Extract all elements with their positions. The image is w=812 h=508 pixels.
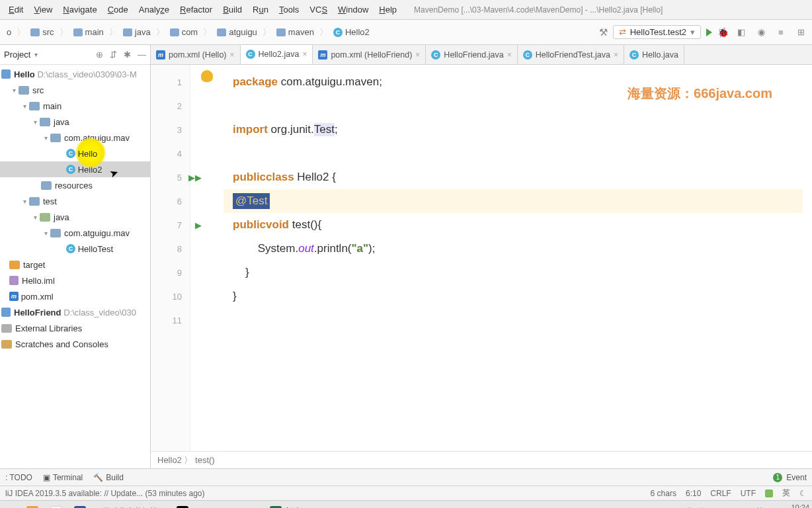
folder-icon bbox=[19, 86, 29, 95]
hide-icon[interactable]: — bbox=[138, 50, 146, 60]
menu-bar: Edit View Navigate Code Analyze Refactor… bbox=[0, 0, 812, 20]
class-icon: C bbox=[431, 50, 440, 60]
bulb-icon[interactable] bbox=[201, 70, 213, 82]
tab-hello[interactable]: CHello.java bbox=[624, 45, 684, 64]
run-button[interactable] bbox=[706, 28, 712, 36]
editor-breadcrumb[interactable]: Hello2 〉 test() bbox=[151, 451, 812, 468]
close-icon[interactable]: × bbox=[302, 50, 307, 59]
profile-button[interactable]: ◉ bbox=[754, 27, 768, 37]
folder-icon bbox=[30, 28, 40, 36]
status-message[interactable]: liJ IDEA 2019.3.5 available: // Update..… bbox=[5, 489, 205, 498]
bc-maven[interactable]: maven bbox=[274, 26, 317, 38]
build-tab[interactable]: 🔨 Build bbox=[93, 473, 124, 482]
system-tray[interactable]: ^ 🛡 ▮ 🎤 🔊 ⟳ ● ▤ ⌨ 英 S 10:24 2022/4/1 bbox=[654, 503, 809, 508]
settings-icon[interactable]: ✱ bbox=[124, 50, 131, 60]
folder-icon bbox=[9, 261, 20, 269]
run-gutter-icon[interactable]: ▶▶ bbox=[188, 173, 202, 183]
encoding[interactable]: UTF bbox=[741, 489, 756, 498]
menu-build[interactable]: Build bbox=[218, 2, 247, 17]
coverage-button[interactable]: ◧ bbox=[734, 27, 749, 37]
menu-edit[interactable]: Edit bbox=[3, 2, 28, 17]
menu-analyze[interactable]: Analyze bbox=[134, 2, 175, 17]
tab-hellofriend[interactable]: CHelloFriend.java× bbox=[426, 45, 517, 64]
bc-com[interactable]: com bbox=[167, 26, 201, 38]
run-config-label: HelloTest.test2 bbox=[630, 27, 686, 37]
breadcrumb: o〉 src〉 main〉 java〉 com〉 atguigu〉 maven〉… bbox=[4, 26, 599, 38]
event-log-tab[interactable]: Event bbox=[786, 473, 807, 482]
tab-hellofriendtest[interactable]: CHelloFriendTest.java× bbox=[518, 45, 624, 64]
text-icon[interactable]: T bbox=[45, 504, 67, 509]
bc-root[interactable]: o bbox=[4, 26, 14, 38]
tray-clock[interactable]: 10:24 2022/4/1 bbox=[781, 503, 809, 508]
menu-tools[interactable]: Tools bbox=[274, 2, 304, 17]
debug-button[interactable]: 🐞 bbox=[717, 27, 729, 38]
line-sep[interactable]: CRLF bbox=[710, 489, 731, 498]
todo-tab[interactable]: : TODO bbox=[5, 473, 32, 482]
project-tree[interactable]: Hello D:\class_video\0309\03-M ▾src ▾mai… bbox=[0, 65, 150, 468]
folder-icon bbox=[276, 28, 286, 36]
close-icon[interactable]: × bbox=[507, 50, 512, 60]
tab-hello2[interactable]: CHello2.java× bbox=[241, 45, 313, 64]
menu-code[interactable]: Code bbox=[102, 2, 134, 17]
search-everywhere[interactable]: ⊞ bbox=[793, 27, 808, 37]
run-gutter-icon[interactable]: ▶ bbox=[195, 220, 202, 230]
maven-icon: m bbox=[9, 292, 19, 301]
stop-button[interactable]: ■ bbox=[774, 27, 788, 37]
task-excel[interactable]: X新建 Microsoft Ex... bbox=[264, 504, 358, 509]
run-config-combo[interactable]: ⇄ HelloTest.test2 ▾ bbox=[613, 25, 701, 39]
menu-run[interactable]: Run bbox=[247, 2, 274, 17]
folder-icon bbox=[40, 118, 50, 126]
task-intellij[interactable]: IJMavenDemo [D:\... bbox=[171, 504, 263, 509]
folder-icon bbox=[217, 28, 226, 36]
windows-taskbar: ⌕ 📁 T W01_尚硅谷大数据技... IJMavenDemo [D:\...… bbox=[0, 500, 812, 508]
folder-icon bbox=[170, 28, 179, 36]
event-badge: 1 bbox=[773, 473, 782, 482]
search-button[interactable]: ⌕ bbox=[3, 504, 20, 509]
bc-java[interactable]: java bbox=[120, 26, 153, 38]
maven-icon: m bbox=[318, 50, 327, 60]
scratch-icon bbox=[1, 340, 12, 349]
tree-hello-class[interactable]: C Hello bbox=[0, 146, 150, 161]
tree-hello2-class[interactable]: C Hello2 bbox=[0, 161, 150, 177]
input-mode-icon[interactable] bbox=[765, 489, 773, 497]
explorer-icon[interactable]: 📁 bbox=[21, 504, 44, 509]
editor-tabs: mpom.xml (Hello)× CHello2.java× mpom.xml… bbox=[151, 45, 812, 65]
close-icon[interactable]: × bbox=[614, 50, 618, 60]
menu-refactor[interactable]: Refactor bbox=[175, 2, 218, 17]
locate-icon[interactable]: ⊕ bbox=[96, 50, 103, 60]
class-icon: C bbox=[246, 50, 255, 59]
bc-class[interactable]: CHello2 bbox=[331, 26, 372, 38]
module-icon bbox=[1, 308, 11, 317]
project-title[interactable]: Project bbox=[4, 50, 30, 60]
collapse-icon[interactable]: ⇵ bbox=[110, 50, 117, 60]
build-icon[interactable]: ⚒ bbox=[599, 26, 608, 38]
class-icon: C bbox=[66, 149, 75, 158]
gutter: 1234 5▶▶ 6 7▶ 891011 bbox=[151, 65, 190, 451]
menu-vcs[interactable]: VCS bbox=[304, 2, 333, 17]
bc-src[interactable]: src bbox=[28, 26, 56, 38]
close-icon[interactable]: × bbox=[230, 50, 235, 60]
task-word[interactable]: W01_尚硅谷大数据技... bbox=[69, 504, 170, 509]
menu-view[interactable]: View bbox=[28, 2, 58, 17]
terminal-tab[interactable]: ▣ Terminal bbox=[43, 473, 83, 482]
selection-chars: 6 chars bbox=[651, 489, 676, 498]
folder-icon bbox=[123, 28, 132, 36]
close-icon[interactable]: × bbox=[415, 50, 420, 60]
lib-icon bbox=[1, 324, 12, 333]
project-panel: Project ▾ ⊕ ⇵ ✱ — Hello D:\class_video\0… bbox=[0, 45, 151, 468]
bc-main[interactable]: main bbox=[71, 26, 106, 38]
module-icon bbox=[1, 69, 11, 79]
menu-navigate[interactable]: Navigate bbox=[58, 2, 102, 17]
tab-pom-friend[interactable]: mpom.xml (HelloFriend)× bbox=[313, 45, 426, 64]
code-editor[interactable]: 1234 5▶▶ 6 7▶ 891011 海量资源：666java.com pa… bbox=[151, 65, 812, 451]
window-title: MavenDemo [...\03-Maven\4.code\MavenDemo… bbox=[414, 5, 809, 15]
tab-pom-hello[interactable]: mpom.xml (Hello)× bbox=[151, 45, 241, 64]
tool-window-bar: : TODO ▣ Terminal 🔨 Build 1 Event bbox=[0, 468, 812, 486]
menu-help[interactable]: Help bbox=[374, 2, 402, 17]
moon-icon: ☾ bbox=[799, 489, 807, 498]
maven-icon: m bbox=[156, 50, 165, 60]
ime-label: 英 bbox=[782, 487, 790, 499]
menu-window[interactable]: Window bbox=[333, 2, 374, 17]
bc-atguigu[interactable]: atguigu bbox=[214, 26, 260, 38]
caret-position[interactable]: 6:10 bbox=[686, 489, 701, 498]
